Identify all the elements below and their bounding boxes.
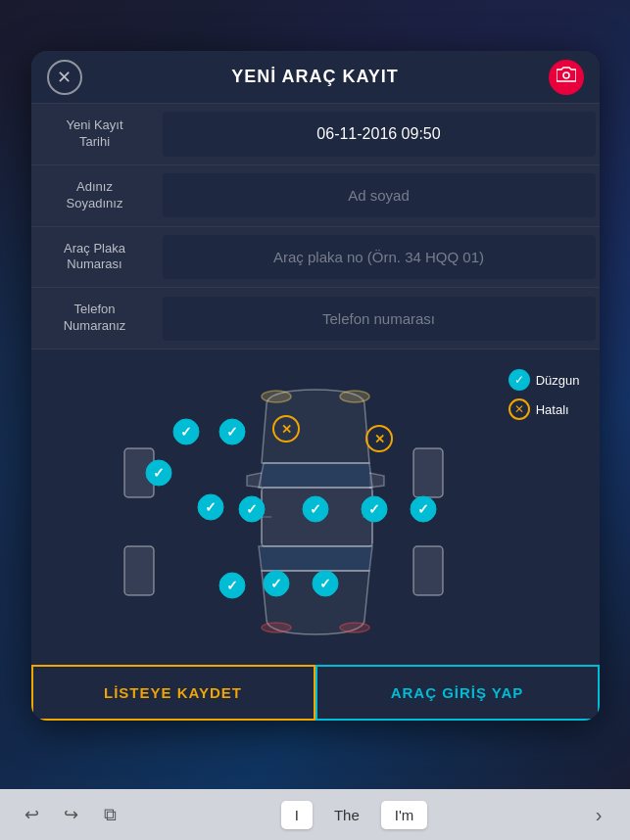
svg-text:✕: ✕	[373, 432, 384, 446]
label-date: Yeni KayıtTarihi	[31, 104, 159, 164]
action-buttons: LİSTEYE KAYDET ARAÇ GİRİŞ YAP	[31, 665, 600, 721]
save-button[interactable]: LİSTEYE KAYDET	[31, 665, 315, 721]
svg-text:✓: ✓	[226, 578, 238, 593]
keyboard-word-the[interactable]: The	[320, 801, 373, 829]
svg-text:✓: ✓	[180, 424, 192, 440]
redo-icon[interactable]: ↪	[55, 799, 86, 830]
car-diagram-svg: ✓ ✓ ✕ ✕	[80, 375, 551, 639]
svg-rect-12	[124, 546, 154, 595]
entry-button[interactable]: ARAÇ GİRİŞ YAP	[315, 665, 600, 721]
form-row-date: Yeni KayıtTarihi	[31, 104, 600, 165]
label-plate: Araç PlakaNumarası	[31, 227, 159, 288]
camera-button[interactable]	[549, 60, 584, 95]
svg-text:✓: ✓	[270, 576, 282, 591]
label-phone: TelefonNumaranız	[31, 288, 159, 349]
keyboard-bar: ↩ ↪ ⧉ I The I'm ›	[0, 789, 630, 840]
car-diagram: ✓ Düzgun ✕ Hatalı	[31, 350, 600, 665]
legend-ok: ✓ Düzgun	[509, 369, 580, 391]
svg-text:✓: ✓	[319, 576, 331, 591]
keyboard-word-im[interactable]: I'm	[381, 801, 428, 829]
modal-header: ✕ YENİ ARAÇ KAYIT	[31, 51, 600, 104]
x-icon: ✕	[509, 398, 530, 420]
svg-rect-11	[413, 448, 443, 497]
svg-point-7	[340, 391, 369, 402]
legend: ✓ Düzgun ✕ Hatalı	[509, 369, 580, 420]
legend-error-label: Hatalı	[536, 402, 569, 417]
svg-text:✓: ✓	[153, 465, 165, 481]
svg-point-9	[340, 623, 369, 632]
svg-text:✓: ✓	[368, 501, 380, 517]
paste-icon[interactable]: ⧉	[94, 799, 125, 830]
svg-point-0	[563, 72, 569, 78]
check-icon: ✓	[509, 369, 530, 391]
label-name: AdınızSoyadınız	[31, 165, 159, 226]
svg-text:✓: ✓	[205, 499, 217, 515]
keyboard-chevron[interactable]: ›	[583, 799, 614, 830]
camera-icon	[557, 67, 576, 87]
svg-text:✓: ✓	[417, 501, 429, 517]
close-icon: ✕	[57, 67, 72, 88]
svg-text:✕: ✕	[280, 422, 291, 437]
input-name[interactable]	[163, 173, 596, 217]
undo-icon[interactable]: ↩	[16, 799, 47, 830]
legend-ok-label: Düzgun	[536, 373, 580, 388]
input-date[interactable]	[163, 112, 596, 157]
legend-error: ✕ Hatalı	[509, 398, 580, 420]
form-row-plate: Araç PlakaNumarası	[31, 227, 600, 289]
form-area: Yeni KayıtTarihi AdınızSoyadınız Araç Pl…	[31, 104, 600, 350]
modal-title: YENİ ARAÇ KAYIT	[231, 67, 399, 87]
input-phone[interactable]	[163, 297, 596, 341]
svg-text:✓: ✓	[246, 501, 258, 517]
svg-text:✓: ✓	[310, 501, 321, 517]
svg-point-6	[262, 391, 291, 402]
svg-text:✓: ✓	[226, 424, 238, 440]
car-svg-container: ✓ ✓ ✕ ✕	[47, 365, 584, 649]
form-row-phone: TelefonNumaranız	[31, 288, 600, 350]
keyboard-word-i[interactable]: I	[281, 801, 313, 829]
close-button[interactable]: ✕	[47, 60, 82, 95]
modal-container: ✕ YENİ ARAÇ KAYIT Yeni KayıtTarihi Adını…	[31, 51, 600, 721]
svg-point-8	[262, 623, 291, 632]
form-row-name: AdınızSoyadınız	[31, 165, 600, 227]
input-plate[interactable]	[163, 235, 596, 279]
svg-rect-13	[413, 546, 443, 595]
